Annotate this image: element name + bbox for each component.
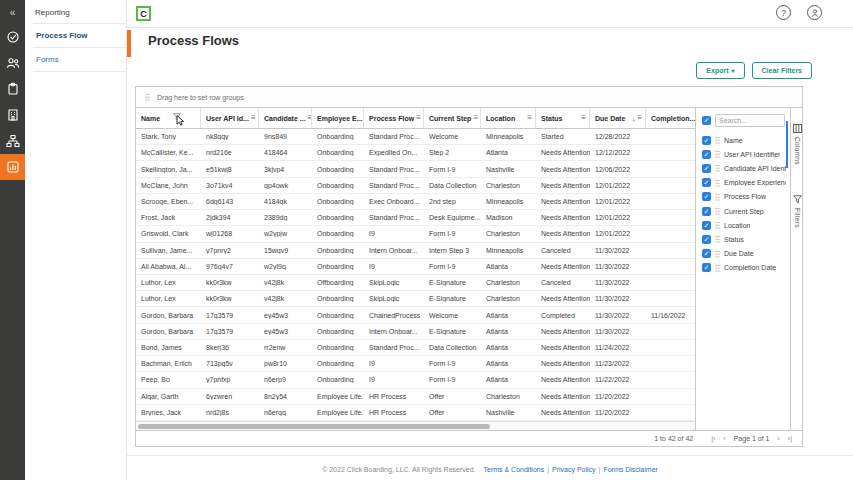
- profile-icon[interactable]: [807, 5, 822, 20]
- table-row[interactable]: Bond, James8kerj36rr2enwOnboardingStanda…: [136, 340, 695, 356]
- clipboard-icon[interactable]: [0, 76, 25, 102]
- table-row[interactable]: Luthor, Lexkk0r3kwv42j8kOffboardingSkipL…: [136, 275, 695, 291]
- last-page-icon[interactable]: ›|: [788, 435, 792, 442]
- scrollbar-thumb[interactable]: [138, 424, 490, 429]
- column-menu-icon[interactable]: ≡: [251, 114, 256, 122]
- table-row[interactable]: Luthor, Lexkk0r3kwv42j8kOnboardingSkipLo…: [136, 291, 695, 307]
- column-checkbox[interactable]: ✓: [702, 164, 711, 173]
- column-panel-item[interactable]: ✓ Due Date: [696, 247, 790, 261]
- drag-handle-icon[interactable]: [715, 150, 720, 158]
- drag-handle-icon[interactable]: [715, 207, 720, 215]
- table-row[interactable]: Sullivan, Jame...y7pnry215wqv9Onboarding…: [136, 243, 695, 259]
- column-search-input[interactable]: [715, 114, 785, 127]
- table-row[interactable]: Gordon, Barbara17q3579ey45w3OnboardingIn…: [136, 324, 695, 340]
- row-group-drop-zone[interactable]: Drag here to set row groups: [136, 87, 802, 108]
- first-page-icon[interactable]: |‹: [711, 435, 715, 442]
- column-checkbox[interactable]: ✓: [702, 150, 711, 159]
- table-row[interactable]: Algar, Garth6yzwren8n2y54Employee Life..…: [136, 389, 695, 405]
- table-row[interactable]: Peep, Boy7pnfxpn6erp9OnboardingI9Form I-…: [136, 372, 695, 388]
- column-panel-item[interactable]: ✓ Completion Date: [696, 261, 790, 275]
- prev-page-icon[interactable]: ‹: [723, 435, 725, 442]
- column-menu-icon[interactable]: ≡: [637, 114, 642, 122]
- building-icon[interactable]: [0, 102, 25, 128]
- column-header[interactable]: Status ≡: [536, 108, 590, 128]
- grid-cell: 17q3579: [201, 328, 259, 335]
- sidebar-item-forms[interactable]: Forms: [33, 48, 126, 71]
- column-panel-item[interactable]: ✓ Current Step: [696, 204, 790, 218]
- column-checkbox[interactable]: ✓: [702, 178, 711, 187]
- column-checkbox[interactable]: ✓: [702, 136, 711, 145]
- column-panel-item[interactable]: ✓ User API Identifier: [696, 147, 790, 161]
- column-header[interactable]: Candidate ... ≡: [259, 108, 312, 128]
- drag-handle-icon[interactable]: [715, 264, 720, 272]
- collapse-panel-icon[interactable]: «: [0, 0, 25, 24]
- footer-link[interactable]: Terms & Conditions: [483, 466, 544, 473]
- horizontal-scrollbar[interactable]: [136, 421, 695, 430]
- footer-link[interactable]: Privacy Policy: [552, 466, 596, 473]
- column-checkbox[interactable]: ✓: [702, 192, 711, 201]
- table-row[interactable]: Skellington, Ja...e51kwj83kjvp4Onboardin…: [136, 161, 695, 177]
- table-row[interactable]: Gordon, Barbara17q3579ey45w3OnboardingCh…: [136, 307, 695, 323]
- column-menu-icon[interactable]: ≡: [527, 114, 532, 122]
- drag-handle-icon[interactable]: [715, 250, 720, 258]
- column-checkbox[interactable]: ✓: [702, 249, 711, 258]
- table-row[interactable]: McClane, John3o71kv4qp4owkOnboardingStan…: [136, 178, 695, 194]
- column-label: Current Step: [429, 115, 471, 122]
- column-panel-item[interactable]: ✓ Name: [696, 133, 790, 147]
- grid-cell: ey45w3: [259, 328, 312, 335]
- column-header[interactable]: Name: [136, 108, 201, 128]
- table-row[interactable]: McCallister, Ke...nrd216e418464Onboardin…: [136, 145, 695, 161]
- column-panel-item[interactable]: ✓ Candidate API Identifier: [696, 161, 790, 175]
- column-header[interactable]: User API Id... ≡: [201, 108, 259, 128]
- drag-handle-icon[interactable]: [715, 221, 720, 229]
- column-panel-item[interactable]: ✓ Location: [696, 218, 790, 232]
- table-row[interactable]: Bachman, Erlich713pg5vpw8r10OnboardingI9…: [136, 356, 695, 372]
- clear-filters-button[interactable]: Clear Filters: [752, 62, 812, 79]
- column-header[interactable]: Employee E... ≡: [312, 108, 364, 128]
- column-menu-icon[interactable]: ≡: [473, 114, 478, 122]
- filter-hover[interactable]: [173, 113, 183, 123]
- grid-cell: Peep, Bo: [136, 376, 201, 383]
- column-header[interactable]: Completion... ≡: [646, 108, 695, 128]
- drag-handle-icon[interactable]: [715, 179, 720, 187]
- tasks-check-icon[interactable]: [0, 24, 25, 50]
- grid-cell: Charleston: [481, 279, 536, 286]
- table-row[interactable]: Frost, Jack2jdk3942389dgOnboardingStanda…: [136, 210, 695, 226]
- column-checkbox[interactable]: ✓: [702, 207, 711, 216]
- help-icon[interactable]: ?: [776, 5, 791, 20]
- column-label: Employee E...: [317, 115, 363, 122]
- tab-columns[interactable]: Columns: [793, 124, 802, 165]
- sidebar-item-process-flow[interactable]: Process Flow: [33, 24, 126, 47]
- column-header[interactable]: Current Step ≡: [424, 108, 481, 128]
- table-row[interactable]: Stark, Tonynk8qqy9ns849OnboardingStandar…: [136, 129, 695, 145]
- column-menu-icon[interactable]: ≡: [581, 114, 586, 122]
- column-panel-item[interactable]: ✓ Employee Experience: [696, 176, 790, 190]
- table-row[interactable]: Scrooge, Eben...6dg61434184gkOnboardingE…: [136, 194, 695, 210]
- table-row[interactable]: Griswold, Clarkwj01268w2ypjwOnboardingI9…: [136, 226, 695, 242]
- export-button[interactable]: Export ▾: [696, 62, 744, 79]
- column-checkbox[interactable]: ✓: [702, 263, 711, 272]
- footer-link[interactable]: Forms Disclaimer: [603, 466, 657, 473]
- tab-filters[interactable]: Filters: [793, 195, 802, 228]
- table-row[interactable]: Brynes, Jacknrd2j8sn6erqqEmployee Life..…: [136, 405, 695, 421]
- table-row[interactable]: Ali Ababwa, Al...976g4v7w2yl9qOnboarding…: [136, 259, 695, 275]
- grid-cell: kk0r3kw: [201, 279, 259, 286]
- select-all-columns-checkbox[interactable]: ✓: [702, 116, 711, 125]
- next-page-icon[interactable]: ›: [778, 435, 780, 442]
- people-icon[interactable]: [0, 50, 25, 76]
- drag-handle-icon[interactable]: [715, 136, 720, 144]
- drag-handle-icon[interactable]: [715, 164, 720, 172]
- column-panel-item[interactable]: ✓ Process Flow: [696, 190, 790, 204]
- column-menu-icon[interactable]: ≡: [416, 114, 421, 122]
- drag-handle-icon[interactable]: [715, 235, 720, 243]
- column-header[interactable]: Due Date ↓ ≡: [590, 108, 646, 128]
- column-header[interactable]: Process Flow ≡: [364, 108, 424, 128]
- workflow-icon[interactable]: [0, 128, 25, 154]
- drag-handle-icon[interactable]: [715, 193, 720, 201]
- column-header[interactable]: Location ≡: [481, 108, 536, 128]
- column-checkbox[interactable]: ✓: [702, 235, 711, 244]
- reports-bar-chart-icon[interactable]: [0, 154, 25, 180]
- column-checkbox[interactable]: ✓: [702, 221, 711, 230]
- grid-cell: Minneapolis: [481, 133, 536, 140]
- column-panel-item[interactable]: ✓ Status: [696, 232, 790, 246]
